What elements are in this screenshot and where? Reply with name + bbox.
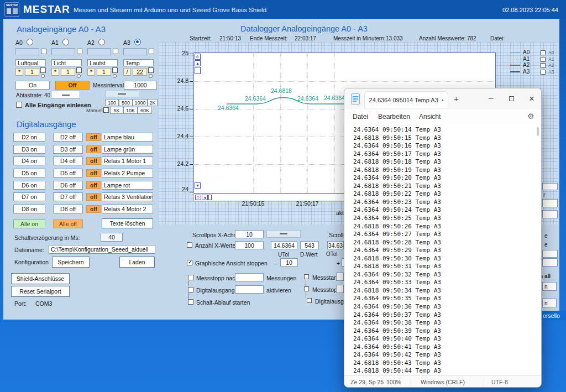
channel-a0-checkbox[interactable] bbox=[41, 49, 46, 54]
channel-a2-scale-input[interactable]: 1 bbox=[97, 68, 111, 76]
legend-checkbox-a2[interactable] bbox=[541, 63, 546, 68]
alle-off-button[interactable]: Alle off bbox=[53, 219, 83, 228]
d4-on-button[interactable]: D4 on bbox=[13, 156, 45, 165]
graph-stop-checkbox[interactable] bbox=[187, 260, 192, 265]
credit-link-fragment[interactable]: orsello bbox=[543, 312, 560, 319]
manuell-checkbox[interactable] bbox=[103, 107, 109, 113]
analog-off-button[interactable]: Off bbox=[55, 81, 90, 90]
d3-label-input[interactable]: Lampe grün bbox=[102, 145, 153, 154]
channel-a2-checkbox[interactable] bbox=[113, 49, 118, 54]
channel-a3-scale-checkbox[interactable] bbox=[148, 67, 154, 73]
v-scroll-thumb[interactable] bbox=[195, 67, 201, 74]
messintervall-input[interactable]: 1000 bbox=[124, 81, 157, 90]
minimize-button[interactable]: ─ bbox=[484, 92, 498, 105]
status-encoding[interactable]: UTF-8 bbox=[491, 379, 508, 385]
channel-a0-name-input[interactable]: Luftqual bbox=[15, 59, 46, 66]
alle-eingaenge-checkbox[interactable] bbox=[16, 102, 22, 108]
legend-checkbox-a3[interactable] bbox=[541, 70, 546, 75]
schaltverzoegerung-input[interactable]: 40 bbox=[101, 233, 123, 242]
channel-a3-radio[interactable] bbox=[134, 39, 141, 45]
channel-a1-scale-input[interactable]: 1 bbox=[61, 68, 75, 76]
channel-a3-op-box[interactable]: / bbox=[123, 68, 131, 76]
channel-a1-scale-radio[interactable] bbox=[77, 74, 81, 78]
d6-on-button[interactable]: D6 on bbox=[13, 181, 45, 190]
messstopp-checkbox[interactable] bbox=[304, 286, 309, 291]
legend-checkbox-a0[interactable] bbox=[541, 50, 546, 55]
shield-anschluesse-button[interactable]: Shield-Anschlüsse bbox=[11, 273, 70, 284]
laden-button[interactable]: Laden bbox=[119, 257, 155, 268]
d2-on-button[interactable]: D2 on bbox=[13, 133, 45, 142]
anzahl-x-checkbox[interactable] bbox=[187, 242, 192, 248]
channel-a3-name-input[interactable]: Temp bbox=[123, 59, 154, 66]
otol-input[interactable]: 34.63 bbox=[327, 241, 344, 249]
channel-a0-op-box[interactable]: * bbox=[15, 68, 23, 76]
zoom-icon[interactable]: ⊙ bbox=[195, 54, 201, 60]
d4-off-button[interactable]: D4 off bbox=[53, 156, 83, 165]
legend-checkbox-a1[interactable] bbox=[541, 57, 546, 62]
scrollpos-x-slider[interactable] bbox=[266, 230, 301, 238]
d3-off-button[interactable]: D3 off bbox=[53, 145, 83, 154]
h-scroll-thumb[interactable] bbox=[208, 195, 212, 200]
interval-2k-button[interactable]: 2K bbox=[148, 99, 158, 106]
channel-a2-name-input[interactable]: Lautst bbox=[87, 59, 118, 66]
dwert-input[interactable]: 543 bbox=[300, 241, 319, 249]
d2-off-button[interactable]: D2 off bbox=[53, 133, 83, 142]
messintervall-slider[interactable] bbox=[105, 91, 139, 97]
clipped-control[interactable] bbox=[542, 258, 558, 266]
channel-a2-scale-checkbox[interactable] bbox=[112, 67, 118, 73]
anzahl-x-input[interactable]: 100 bbox=[235, 241, 264, 249]
new-tab-button[interactable]: + bbox=[454, 94, 459, 103]
channel-a1-op-box[interactable]: * bbox=[51, 68, 59, 76]
utol-delta-input[interactable]: 10 bbox=[280, 258, 298, 266]
messstopp-nach-checkbox[interactable] bbox=[188, 275, 193, 280]
zoom-icon[interactable]: ⊙ bbox=[195, 195, 201, 200]
d5-off-button[interactable]: D5 off bbox=[53, 169, 83, 177]
notepad-titlebar[interactable]: 24.6364 095014 Temp A3 ● + ─ ✕ bbox=[344, 88, 542, 109]
scroll-left-icon[interactable]: ◄ bbox=[202, 195, 208, 200]
scroll-up-icon[interactable]: ▲ bbox=[195, 60, 201, 66]
texte-loeschen-button[interactable]: Texte löschen bbox=[102, 218, 153, 228]
dateiname-input[interactable]: C:\Temp\Konfiguration_Seeed_aktuell bbox=[49, 245, 155, 254]
menu-bearbeiten[interactable]: Bearbeiten bbox=[378, 113, 410, 121]
channel-a2-op-box[interactable]: * bbox=[87, 68, 95, 76]
d5-on-button[interactable]: D5 on bbox=[13, 169, 45, 177]
channel-a1-name-input[interactable]: Licht bbox=[51, 59, 82, 66]
scroll-down-icon[interactable]: ▼ bbox=[195, 182, 201, 189]
channel-a0-scale-input[interactable]: 1 bbox=[25, 68, 39, 76]
maximize-button[interactable] bbox=[504, 92, 518, 105]
interval-60k-button[interactable]: 60K bbox=[138, 107, 152, 114]
interval-100-button[interactable]: 100 bbox=[105, 99, 119, 106]
status-line-ending[interactable]: Windows (CRLF) bbox=[421, 379, 465, 385]
channel-a2-scale-radio[interactable] bbox=[113, 74, 117, 78]
d7-on-button[interactable]: D7 on bbox=[13, 192, 45, 201]
d6-off-button[interactable]: D6 off bbox=[53, 181, 83, 190]
menu-ansicht[interactable]: Ansicht bbox=[419, 113, 441, 121]
messstopp-nach-input[interactable] bbox=[235, 273, 264, 281]
d2-label-input[interactable]: Lampe blau bbox=[102, 133, 153, 142]
clipped-control[interactable] bbox=[542, 210, 558, 218]
digitalausgag-checkbox[interactable] bbox=[307, 298, 312, 303]
notepad-text-content[interactable]: 24.6364 09:50:14 Temp A3 24.6818 09:50:1… bbox=[353, 126, 441, 384]
channel-a2-radio[interactable] bbox=[98, 39, 105, 45]
scrollpos-x-input[interactable]: 10 bbox=[235, 230, 264, 238]
interval-5k-button[interactable]: 5K bbox=[110, 107, 123, 114]
d4-label-input[interactable]: Relais 1 Motor 1 bbox=[102, 156, 153, 165]
clipped-control[interactable] bbox=[542, 199, 558, 207]
channel-a1-scale-checkbox[interactable] bbox=[76, 67, 82, 73]
messstopp-input-fragment[interactable] bbox=[336, 285, 344, 293]
clipped-control[interactable] bbox=[542, 250, 558, 258]
d8-label-input[interactable]: Relais 4 Motor 2 bbox=[102, 205, 153, 213]
messstart-checkbox[interactable] bbox=[304, 274, 309, 279]
channel-a0-scale-checkbox[interactable] bbox=[40, 67, 46, 73]
clipped-control[interactable] bbox=[542, 183, 558, 190]
notepad-scrollbar-thumb[interactable] bbox=[537, 127, 539, 136]
digitalausgang-checkbox[interactable] bbox=[188, 287, 193, 292]
notepad-tab[interactable]: 24.6364 095014 Temp A3 ● bbox=[364, 91, 448, 108]
channel-a0-radio[interactable] bbox=[27, 39, 33, 45]
messstart-input-fragment[interactable] bbox=[336, 273, 344, 281]
interval-500-button[interactable]: 500 bbox=[119, 99, 133, 106]
channel-a3-scale-radio[interactable] bbox=[149, 74, 153, 78]
d7-off-button[interactable]: D7 off bbox=[53, 192, 83, 201]
settings-gear-icon[interactable]: ⚙ bbox=[527, 112, 534, 121]
d7-label-input[interactable]: Relais 3 Ventilation bbox=[102, 192, 153, 201]
